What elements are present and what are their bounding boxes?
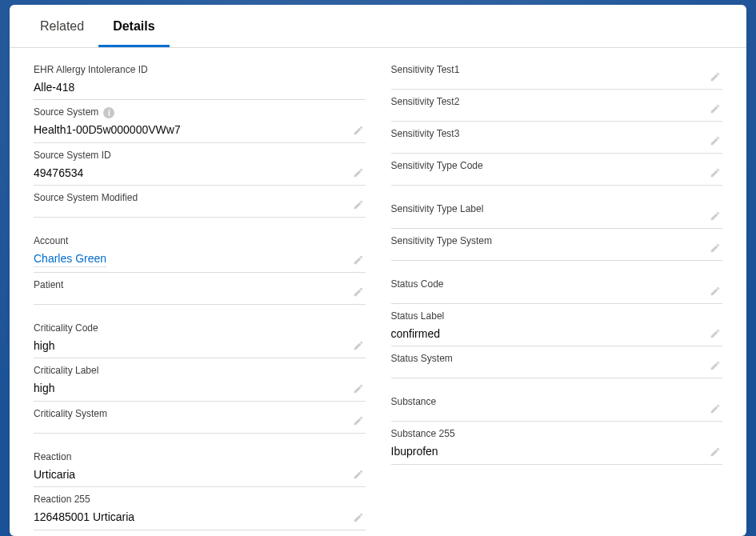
edit-icon[interactable] (708, 134, 722, 148)
edit-icon[interactable] (351, 198, 366, 212)
edit-icon[interactable] (351, 123, 366, 138)
edit-icon[interactable] (708, 284, 722, 298)
edit-icon[interactable] (708, 241, 722, 255)
label-text: Source System (34, 106, 98, 119)
field-value: Urticaria (34, 467, 345, 482)
section-gap (391, 378, 723, 390)
section-gap (34, 218, 366, 229)
field-label: Source System i (34, 106, 345, 119)
field-label: Sensitivity Type Code (391, 160, 702, 173)
section-gap (34, 434, 366, 445)
field-recorded-date: Recorded Date (34, 530, 366, 531)
field-criticality-system: Criticality System (34, 402, 366, 434)
field-label: Source System Modified (34, 192, 345, 205)
field-patient: Patient (34, 273, 366, 305)
field-label: Status Code (391, 278, 702, 291)
tabs: Related Details (10, 5, 746, 48)
field-value: confirmed (391, 326, 702, 342)
field-value: high (34, 338, 345, 354)
field-label: Reaction 255 (34, 494, 345, 506)
edit-icon[interactable] (351, 166, 366, 180)
field-label: Sensitivity Type Label (391, 203, 702, 216)
tab-related[interactable]: Related (26, 5, 98, 47)
edit-icon[interactable] (351, 510, 366, 525)
field-reaction-255: Reaction 255 126485001 Urticaria (34, 487, 366, 530)
field-value: Health1-00D5w000000VWw7 (34, 122, 345, 138)
field-substance-255: Substance 255 Ibuprofen (391, 422, 723, 464)
field-ehr-allergy-id: EHR Allergy Intolerance ID Alle-418 (34, 58, 366, 100)
field-label: Criticality Label (34, 365, 345, 378)
edit-icon[interactable] (708, 402, 722, 416)
field-label: Substance 255 (391, 428, 702, 441)
field-sensitivity-type-system: Sensitivity Type System (391, 229, 723, 261)
edit-icon[interactable] (351, 467, 366, 482)
details-body: EHR Allergy Intolerance ID Alle-418 Sour… (10, 48, 746, 531)
field-reaction: Reaction Urticaria (34, 445, 366, 487)
details-col-right: Sensitivity Test1 Sensitivity Test2 Sens… (378, 58, 723, 531)
field-label: Sensitivity Test1 (391, 64, 702, 77)
field-value: Alle-418 (34, 80, 345, 95)
edit-icon[interactable] (351, 414, 366, 428)
field-label: Criticality System (34, 408, 345, 421)
field-label: Sensitivity Type System (391, 235, 702, 248)
info-icon[interactable]: i (103, 107, 114, 118)
edit-icon[interactable] (351, 285, 366, 299)
edit-icon[interactable] (708, 358, 722, 373)
field-label: Patient (34, 279, 345, 292)
field-value: Ibuprofen (391, 444, 702, 459)
edit-icon[interactable] (708, 209, 722, 223)
field-value: 49476534 (34, 166, 345, 181)
edit-icon[interactable] (708, 70, 722, 84)
edit-icon[interactable] (708, 445, 722, 459)
field-status-label: Status Label confirmed (391, 304, 723, 346)
field-label: Reaction (34, 451, 345, 464)
field-label: Status System (391, 353, 702, 366)
field-label: Sensitivity Test3 (391, 128, 702, 141)
field-status-code: Status Code (391, 272, 723, 304)
field-label: Status Label (391, 310, 702, 323)
field-label: Source System ID (34, 150, 345, 162)
section-gap (391, 186, 723, 197)
field-criticality-code: Criticality Code high (34, 316, 366, 358)
field-sensitivity-test1: Sensitivity Test1 (391, 58, 723, 90)
field-label: Substance (391, 396, 702, 409)
account-link[interactable]: Charles Green (34, 251, 106, 267)
field-status-system: Status System (391, 346, 723, 378)
field-source-system: Source System i Health1-00D5w000000VWw7 (34, 100, 366, 142)
field-account: Account Charles Green (34, 229, 366, 272)
field-label: Account (34, 235, 345, 248)
tab-details[interactable]: Details (98, 5, 169, 47)
edit-icon[interactable] (708, 102, 722, 116)
edit-icon[interactable] (351, 253, 366, 267)
details-col-left: EHR Allergy Intolerance ID Alle-418 Sour… (34, 58, 378, 531)
field-sensitivity-type-code: Sensitivity Type Code (391, 154, 723, 186)
section-gap (34, 305, 366, 316)
edit-icon[interactable] (708, 166, 722, 180)
field-source-system-id: Source System ID 49476534 (34, 143, 366, 186)
field-criticality-label: Criticality Label high (34, 358, 366, 401)
field-label: Criticality Code (34, 322, 345, 335)
record-card: Related Details EHR Allergy Intolerance … (10, 5, 746, 536)
field-label: EHR Allergy Intolerance ID (34, 64, 345, 77)
field-substance: Substance (391, 390, 723, 422)
field-value: 126485001 Urticaria (34, 510, 345, 525)
field-sensitivity-test3: Sensitivity Test3 (391, 122, 723, 154)
field-sensitivity-test2: Sensitivity Test2 (391, 90, 723, 122)
field-source-system-modified: Source System Modified (34, 186, 366, 218)
edit-icon[interactable] (708, 326, 722, 341)
field-value: high (34, 381, 345, 396)
section-gap (391, 261, 723, 272)
edit-icon[interactable] (351, 338, 366, 353)
field-sensitivity-type-label: Sensitivity Type Label (391, 197, 723, 229)
edit-icon[interactable] (351, 382, 366, 396)
field-label: Sensitivity Test2 (391, 96, 702, 109)
